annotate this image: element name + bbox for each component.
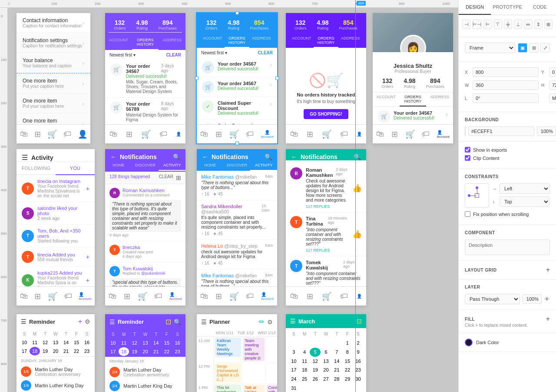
settings-item-2[interactable]: One more item Put your caption here › [17,93,90,113]
export-section: Show in exports Clip Content [459,142,556,169]
align-middle-btn[interactable]: ╪ [504,20,512,29]
add-fill-btn[interactable]: + [546,315,550,323]
canvas: 0 100 200 300 400 500 600 700 800 900 10… [0,0,458,392]
settings-item-1[interactable]: One more item Put your caption here › [17,73,90,93]
constraints-visual [465,183,489,208]
nav-account-icon-2[interactable]: 👤 [176,132,181,136]
activity-phone: ☰ Activity FOLLOWING YOU T tinecia on In… [17,149,95,306]
design-panel: DESIGN PROTOTYPE CODE ⊣ ⊢⊣ ⊢ ⊤ ╪ ⊥ ⇔ ⇕ ⊞… [458,0,556,392]
constraint-v-select[interactable]: Top Bottom Center Scale [500,196,550,207]
layer-opacity-input[interactable] [523,294,542,304]
tab-code[interactable]: CODE [524,0,556,15]
fix-scroll-checkbox[interactable] [465,211,470,217]
activity-item[interactable]: T tinecia Added you 558 mutual friends + [17,247,95,267]
notif-teal-phone: ← Notifications 🔍 R Roman Kamushken 2 da… [286,149,366,306]
clip-content-checkbox[interactable] [465,155,470,161]
dark-color-section: Dark Color [459,333,556,352]
h-input[interactable] [549,80,556,90]
calendar-purple-phone: ☰ Reminder ⊡ 🔍 SMTWTFS 10111213141516 17… [105,314,185,392]
ruler-left: 0 100 200 300 400 500 600 700 800 [0,8,8,392]
tidy-btn[interactable]: ⊞ [544,20,553,29]
expand-btn[interactable]: ⤢ [540,43,550,53]
orders-blue-phone: 132Orders 4.98Rating 854Purchases ACCOUN… [197,13,277,143]
bg-color-swatch[interactable] [465,126,466,136]
alignment-row: ⊣ ⊢⊣ ⊢ ⊤ ╪ ⊥ ⇔ ⇕ ⊞ [462,20,553,29]
ruler-top: 0 100 200 300 400 500 600 700 800 900 10… [0,0,458,8]
settings-item-contact[interactable]: Contact information Caption for contact … [17,13,90,33]
component-description[interactable]: Description [465,239,550,255]
clip-content-label: Clip Content [473,156,500,161]
activity-item[interactable]: T Tom, Bob, And +350 users Started follo… [17,225,95,247]
component-section: COMPONENT Description [459,225,556,261]
distribute-h-btn[interactable]: ⇔ [524,20,532,29]
constraints-section: CONSTRAINTS ↔ Left Right Center Scale [459,169,556,225]
show-exports-label: Show in exports [473,147,507,153]
nav-cart-icon[interactable]: 🛒 [47,130,57,139]
nav-tag-icon[interactable]: 🏷 [63,130,71,139]
layout-grid-section: LAYOUT GRID + [459,261,556,279]
settings-item-balance[interactable]: Your balance Your balance and caption › [17,53,90,73]
nav-tag-icon-2[interactable]: 🏷 [159,130,167,139]
profile-phone: 👩 Jessica Shultz Professional Buyer 132O… [373,13,453,143]
nav-grid-icon[interactable]: ⊞ [34,130,41,139]
notif-blue-phone: ← Notifications 🔍 HOME DISCOVER ACTIVITY… [197,149,277,306]
rotation-input[interactable] [473,93,539,103]
calendar-march-phone: ☰ March ⊡ SMTWTFS 12 3 45678910 11121314… [286,314,366,392]
align-bottom-btn[interactable]: ⊥ [514,20,522,29]
distribute-v-btn[interactable]: ⇕ [534,20,543,29]
frame-section: Frame Group Component ▣ ⊞ ⤢ [459,37,556,62]
align-center-h-btn[interactable]: ⊢⊣ [472,20,482,29]
show-exports-checkbox[interactable] [465,147,470,153]
nav-grid-icon-2[interactable]: ⊞ [126,130,132,139]
clear-btn-2[interactable]: CLEAR [258,50,273,55]
fill-hint: Click + to replace mixed content. [465,323,550,328]
calendar-small-phone: ☰ Reminder + ⚙ SMTWTFS 10111213141516 17… [17,314,95,392]
nav-store-icon[interactable]: 🛍 [20,130,28,139]
add-layout-grid-btn[interactable]: + [546,266,550,274]
background-section: BACKGROUND 👁 [459,112,556,142]
tab-design[interactable]: DESIGN [459,0,491,15]
blend-mode-select[interactable]: Pass Through Normal Multiply Screen Over… [465,294,520,304]
bg-hex-input[interactable] [468,126,534,136]
grid-view-btn[interactable]: ⊞ [529,43,539,53]
nav-account-icon[interactable]: 👤 [78,130,87,139]
planner-phone: ☰ Planner ✏ ⚙ MON 1/11 TUE 1/12 WED 1/13… [197,314,277,392]
layer-section: LAYER Pass Through Normal Multiply Scree… [459,279,556,310]
canvas-content: Contact information Caption for contact … [8,8,458,392]
dark-color-dot[interactable] [465,339,473,346]
nav-cart-icon-2[interactable]: 🛒 [141,130,151,139]
clear-btn[interactable]: CLEAR [166,53,181,57]
align-top-btn[interactable]: ⊤ [494,20,502,29]
tab-prototype[interactable]: PROTOTYPE [491,0,524,15]
nav-store-icon-2[interactable]: 🛍 [109,130,117,139]
go-shopping-btn[interactable]: GO SHOPPING! [304,109,348,119]
fix-scroll-label: Fix position when scrolling [473,212,529,217]
frame-type-select[interactable]: Frame Group Component [465,43,515,53]
panel-tabs: DESIGN PROTOTYPE CODE [459,0,556,15]
bg-opacity-input[interactable] [537,126,556,136]
frame-view-btn[interactable]: ▣ [518,43,527,53]
tab-account[interactable]: ACCOUNT [105,35,132,50]
y-input[interactable] [549,67,556,77]
tab-address[interactable]: ADDRESS [159,35,185,50]
settings-item-notif[interactable]: Notification settings Caption for notifi… [17,33,90,53]
align-left-btn[interactable]: ⊣ [462,20,470,29]
settings-phone: Contact information Caption for contact … [17,13,90,143]
tab-orders[interactable]: ORDERS HISTORY [132,35,159,50]
notif-purple-phone: ← Notifications 🔍 HOME DISCOVER ACTIVITY… [105,149,185,306]
fill-section: FILL + Click + to replace mixed content. [459,310,556,333]
constraint-h-select[interactable]: Left Right Center Scale [500,183,550,194]
empty-orders-phone: 132Orders 4.98Rating 854Purchases ACCOUN… [286,13,366,143]
clear-btn-3[interactable]: CLEAR [159,174,173,181]
activity-item[interactable]: S salondre liked your photo 2 week ago [17,202,95,225]
w-input[interactable] [473,80,539,90]
mixed-input[interactable] [549,93,556,103]
orders-purple-phone: 132Orders 4.98Rating 894Purchases ACCOUN… [105,13,185,143]
layer-eye-icon[interactable]: 👁 [544,296,550,302]
dark-color-label: Dark Color [476,340,499,345]
x-input[interactable] [473,67,539,77]
align-right-btn[interactable]: ⊢ [483,20,492,29]
activity-item[interactable]: T tinecia on Instagram Your Facebook fri… [17,175,95,202]
position-section: X Y W H L [459,62,556,112]
